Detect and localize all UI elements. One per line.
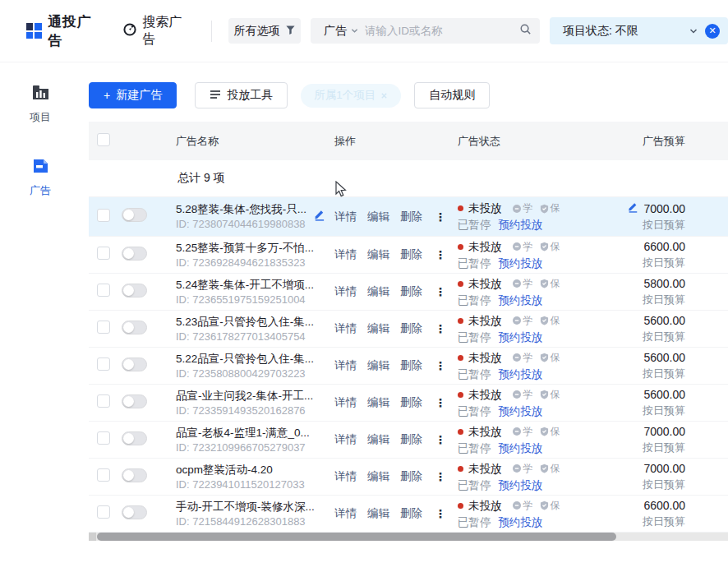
edit-link[interactable]: 编辑 [367, 321, 389, 336]
delete-link[interactable]: 删除 [400, 358, 422, 373]
shield-icon [540, 501, 549, 510]
compass-icon [122, 22, 137, 40]
edit-link[interactable]: 编辑 [367, 469, 389, 484]
delete-link[interactable]: 删除 [400, 321, 422, 336]
delete-link[interactable]: 删除 [400, 395, 422, 410]
delete-link[interactable]: 删除 [400, 506, 422, 521]
row-checkbox[interactable] [97, 321, 110, 334]
ad-id: ID: 7235808800429703223 [176, 367, 314, 381]
search-type-select[interactable]: 广告 [319, 24, 365, 39]
edit-link[interactable]: 编辑 [367, 432, 389, 447]
row-toggle[interactable] [122, 394, 147, 408]
edit-link[interactable]: 编辑 [367, 284, 389, 299]
row-checkbox[interactable] [97, 284, 110, 297]
select-all-checkbox[interactable] [97, 133, 110, 146]
more-actions-icon[interactable]: ⋮ [433, 322, 448, 335]
paused-text: 已暂停 [458, 257, 491, 270]
detail-link[interactable]: 详情 [334, 210, 357, 224]
row-toggle[interactable] [122, 431, 147, 445]
search-icon[interactable] [519, 23, 532, 39]
reserved-delivery-link[interactable]: 预约投放 [498, 516, 542, 528]
row-checkbox[interactable] [97, 247, 110, 260]
more-actions-icon[interactable]: ⋮ [433, 285, 448, 298]
scroll-left-arrow[interactable] [89, 533, 96, 541]
status-text: 未投放 [468, 498, 502, 514]
row-checkbox[interactable] [97, 431, 110, 445]
row-checkbox[interactable] [97, 358, 110, 371]
ad-name[interactable]: 5.22品宣-只管拎包入住-集... [176, 351, 314, 367]
row-toggle[interactable] [122, 247, 147, 261]
row-toggle[interactable] [122, 284, 147, 298]
row-toggle[interactable] [122, 358, 147, 371]
row-toggle[interactable] [122, 321, 147, 334]
ad-name[interactable]: 品宣-老板4-监理1-满意_0... [176, 425, 310, 441]
detail-link[interactable]: 详情 [334, 432, 357, 447]
delete-link[interactable]: 删除 [400, 432, 422, 447]
ad-name[interactable]: 品宣-业主问我2-集体-开工... [176, 388, 313, 404]
budget-edit-icon[interactable] [627, 201, 638, 217]
reserved-delivery-link[interactable]: 预约投放 [498, 405, 542, 417]
detail-link[interactable]: 详情 [334, 358, 357, 373]
all-options-dropdown[interactable]: 所有选项 [228, 18, 301, 44]
edit-link[interactable]: 编辑 [367, 247, 389, 262]
delete-link[interactable]: 删除 [400, 247, 422, 262]
name-edit-icon[interactable] [313, 209, 325, 224]
detail-link[interactable]: 详情 [334, 506, 357, 521]
delete-link[interactable]: 删除 [400, 469, 422, 484]
more-actions-icon[interactable]: ⋮ [433, 507, 448, 520]
reserved-delivery-link[interactable]: 预约投放 [498, 368, 542, 381]
ad-name[interactable]: 5.25整装-预算十多万-不怕... [176, 240, 314, 256]
project-status-filter[interactable]: 项目状态: 不限 ✕ [550, 17, 728, 44]
new-ad-button[interactable]: + 新建广告 [89, 82, 177, 108]
reserved-delivery-link[interactable]: 预约投放 [498, 442, 542, 454]
more-actions-icon[interactable]: ⋮ [433, 396, 448, 409]
more-actions-icon[interactable]: ⋮ [433, 248, 448, 261]
more-actions-icon[interactable]: ⋮ [433, 433, 448, 446]
row-toggle[interactable] [122, 468, 147, 482]
reserved-delivery-link[interactable]: 预约投放 [498, 219, 542, 231]
detail-link[interactable]: 详情 [334, 247, 357, 262]
row-checkbox[interactable] [97, 394, 110, 408]
more-actions-icon[interactable]: ⋮ [433, 359, 448, 372]
ad-name[interactable]: 5.23品宣-只管拎包入住-集... [176, 314, 314, 330]
learning-badge: 学 [512, 201, 533, 216]
ad-name[interactable]: 5.28整装-集体-您找我-只... [176, 201, 306, 217]
filter-close-icon[interactable]: ✕ [705, 24, 720, 39]
edit-link[interactable]: 编辑 [367, 358, 389, 373]
sidebar-item-ads[interactable]: 广告 [0, 158, 81, 198]
sidebar-item-project[interactable]: 项目 [0, 84, 81, 125]
edit-link[interactable]: 编辑 [367, 210, 389, 224]
row-toggle[interactable] [122, 505, 147, 519]
status-dot [458, 281, 463, 287]
reserved-delivery-link[interactable]: 预约投放 [498, 331, 542, 344]
reserved-delivery-link[interactable]: 预约投放 [498, 479, 542, 491]
search-input[interactable] [365, 25, 519, 37]
reserved-delivery-link[interactable]: 预约投放 [498, 294, 542, 307]
ad-name[interactable]: 手动-开工不增项-装修水深... [176, 499, 315, 514]
delete-link[interactable]: 删除 [400, 284, 422, 299]
row-checkbox[interactable] [97, 505, 110, 519]
project-tag-faded[interactable]: 所属1个项目 [301, 84, 401, 108]
nav-search-ads[interactable]: 搜索广告 [122, 14, 194, 48]
reserved-delivery-link[interactable]: 预约投放 [498, 257, 542, 270]
ad-name[interactable]: 5.24整装-集体-开工不增项... [176, 277, 314, 293]
detail-link[interactable]: 详情 [334, 469, 357, 484]
row-checkbox[interactable] [97, 209, 110, 222]
detail-link[interactable]: 详情 [334, 321, 357, 336]
auto-rules-button[interactable]: 自动规则 [414, 82, 490, 108]
more-actions-icon[interactable]: ⋮ [433, 470, 448, 483]
edit-link[interactable]: 编辑 [367, 395, 389, 410]
detail-link[interactable]: 详情 [334, 395, 357, 410]
edit-link[interactable]: 编辑 [367, 506, 389, 521]
detail-link[interactable]: 详情 [334, 284, 357, 299]
delete-link[interactable]: 删除 [400, 210, 422, 224]
more-actions-icon[interactable]: ⋮ [433, 210, 448, 224]
protect-badge: 保 [540, 313, 560, 329]
row-toggle[interactable] [122, 208, 147, 222]
row-checkbox[interactable] [97, 468, 110, 482]
delivery-tools-button[interactable]: 投放工具 [195, 82, 288, 108]
ad-name[interactable]: ocpm整装活动-4.20 [176, 462, 305, 477]
status-dot [458, 244, 463, 250]
horizontal-scrollbar[interactable] [89, 533, 728, 541]
scrollbar-thumb[interactable] [97, 533, 616, 541]
